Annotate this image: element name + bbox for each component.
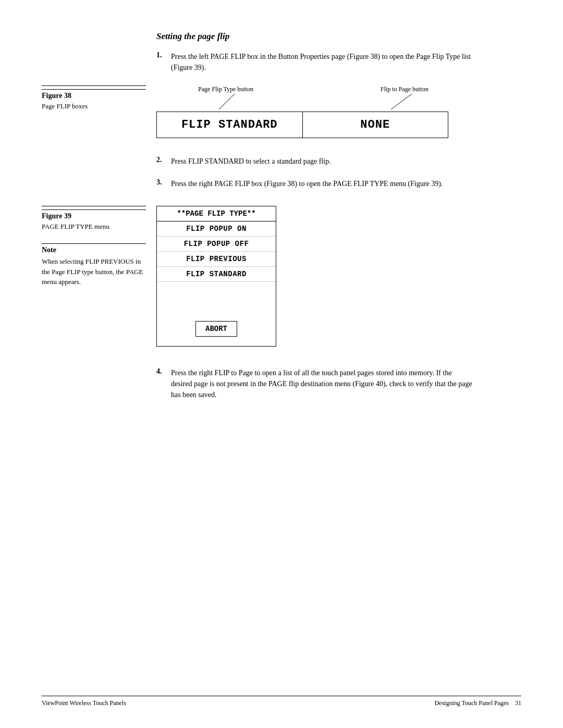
step-1-num: 1. bbox=[156, 51, 171, 73]
connector-lines-svg bbox=[156, 85, 469, 112]
step-1-text: Press the left PAGE FLIP box in the Butt… bbox=[171, 51, 473, 73]
step-2: 2. Press FLIP STANDARD to select a stand… bbox=[156, 156, 521, 167]
step-3-num: 3. bbox=[156, 178, 171, 189]
figure-39-label: Figure 39 bbox=[42, 209, 146, 220]
step-4: 4. Press the right FLIP to Page to open … bbox=[156, 367, 521, 400]
footer-right: Designing Touch Panel Pages 31 bbox=[434, 699, 521, 707]
step-3: 3. Press the right PAGE FLIP box (Figure… bbox=[156, 178, 521, 189]
figure-39-content: **PAGE FLIP TYPE** FLIP POPUP ON FLIP PO… bbox=[156, 206, 521, 347]
figure-38-content: Page Flip Type button Flip to Page butto… bbox=[156, 85, 521, 138]
svg-line-1 bbox=[391, 94, 412, 109]
figure-38-row: Figure 38 Page FLIP boxes Page Flip Type… bbox=[42, 85, 521, 138]
section-title: Setting the page flip bbox=[156, 31, 521, 42]
figure-39-caption: PAGE FLIP TYPE menu bbox=[42, 223, 146, 231]
page-flip-menu: **PAGE FLIP TYPE** FLIP POPUP ON FLIP PO… bbox=[156, 206, 276, 347]
page-footer: ViewPoint Wireless Touch Panels Designin… bbox=[42, 696, 521, 707]
figure-39-divider bbox=[42, 206, 146, 206]
figure-39-label-col: Figure 39 PAGE FLIP TYPE menu Note When … bbox=[42, 206, 156, 347]
content-area: Setting the page flip 1. Press the left … bbox=[42, 31, 521, 409]
menu-item-flip-popup-off[interactable]: FLIP POPUP OFF bbox=[157, 237, 276, 252]
menu-item-flip-popup-on[interactable]: FLIP POPUP ON bbox=[157, 221, 276, 237]
figure-39-row: Figure 39 PAGE FLIP TYPE menu Note When … bbox=[42, 206, 521, 347]
figure-38-caption: Page FLIP boxes bbox=[42, 102, 146, 110]
svg-line-0 bbox=[219, 94, 235, 109]
figure-38-label-col: Figure 38 Page FLIP boxes bbox=[42, 85, 156, 138]
flip-box-right[interactable]: NONE bbox=[303, 112, 448, 138]
note-text: When selecting FLIP PREVIOUS in the Page… bbox=[42, 256, 146, 287]
footer-left: ViewPoint Wireless Touch Panels bbox=[42, 699, 126, 707]
note-label: Note bbox=[42, 243, 146, 254]
figure-38-divider bbox=[42, 85, 146, 86]
menu-item-flip-previous[interactable]: FLIP PREVIOUS bbox=[157, 252, 276, 267]
page-wrapper: Setting the page flip 1. Press the left … bbox=[0, 0, 563, 728]
menu-spacer bbox=[157, 282, 276, 313]
figure-38-label: Figure 38 bbox=[42, 89, 146, 100]
flip-box-left[interactable]: FLIP STANDARD bbox=[157, 112, 303, 138]
step-2-text: Press FLIP STANDARD to select a standard… bbox=[171, 156, 331, 167]
step-1: 1. Press the left PAGE FLIP box in the B… bbox=[156, 51, 521, 73]
step-4-num: 4. bbox=[156, 367, 171, 400]
step-2-num: 2. bbox=[156, 156, 171, 167]
step-4-text: Press the right FLIP to Page to open a l… bbox=[171, 367, 473, 400]
step-3-text: Press the right PAGE FLIP box (Figure 38… bbox=[171, 178, 443, 189]
menu-abort-button[interactable]: ABORT bbox=[195, 321, 237, 337]
menu-abort-wrapper: ABORT bbox=[157, 321, 276, 346]
menu-item-header: **PAGE FLIP TYPE** bbox=[157, 206, 276, 221]
menu-item-flip-standard[interactable]: FLIP STANDARD bbox=[157, 267, 276, 282]
flip-boxes-row: FLIP STANDARD NONE bbox=[156, 112, 448, 138]
